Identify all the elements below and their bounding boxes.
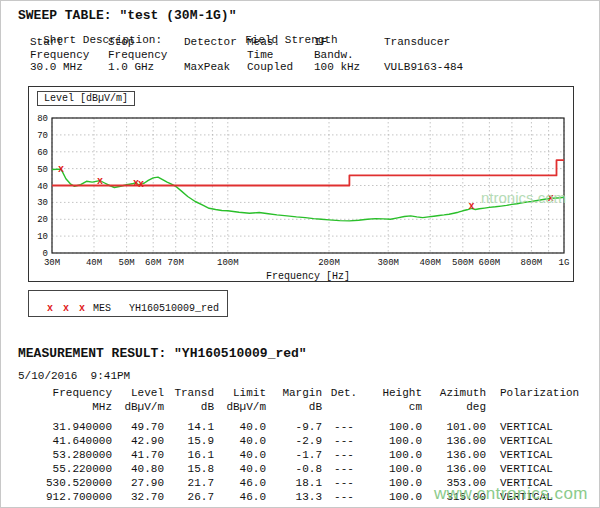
- table-cell: 18.1: [266, 476, 322, 490]
- svg-text:60: 60: [37, 148, 48, 158]
- table-cell: 40.0: [214, 462, 266, 476]
- table-row: 41.64000042.9015.940.0-2.9---100.0136.00…: [20, 434, 600, 448]
- col-start-h1: Start: [30, 36, 108, 49]
- transducer-value: VULB9163-484: [384, 61, 534, 74]
- stop-frequency-value: 1.0 GHz: [108, 61, 184, 74]
- svg-text:20: 20: [37, 215, 48, 225]
- col-start-h2: Frequency: [30, 49, 108, 62]
- table-cell: 15.8: [164, 462, 214, 476]
- chart-legend: x x xMESYH160510009_red: [28, 290, 228, 317]
- table-cell: 530.520000: [20, 476, 112, 490]
- measurement-result-title: MEASUREMENT RESULT: "YH160510009_red": [18, 346, 307, 361]
- col-stop-h1: Stop: [108, 36, 184, 49]
- table-cell: 100.0: [366, 420, 422, 434]
- table-cell: VERTICAL: [486, 462, 600, 476]
- table-cell: 27.90: [112, 476, 164, 490]
- header-cell: Frequency: [20, 386, 112, 400]
- col-detector-h1: Detector: [184, 36, 247, 49]
- col-transducer-h1: Transducer: [384, 36, 534, 49]
- table-cell: 136.00: [422, 448, 486, 462]
- svg-text:500M: 500M: [452, 258, 474, 268]
- svg-text:10: 10: [37, 232, 48, 242]
- table-cell: 100.0: [366, 462, 422, 476]
- header-cell: MHz: [20, 400, 112, 414]
- svg-text:x: x: [468, 201, 474, 212]
- svg-text:40: 40: [37, 182, 48, 192]
- header-cell: deg: [422, 400, 486, 414]
- table-cell: 55.220000: [20, 462, 112, 476]
- legend-series-name: MES: [93, 303, 111, 314]
- header-cell: dB: [266, 400, 322, 414]
- table-cell: 46.0: [214, 476, 266, 490]
- header-cell: Limit: [214, 386, 266, 400]
- col-meas-h1: Meas.: [247, 36, 314, 49]
- svg-text:x: x: [97, 176, 103, 187]
- marker-symbol-legend: x x x: [47, 303, 87, 314]
- table-cell: -9.7: [266, 420, 322, 434]
- watermark-chart: ntronics.com: [481, 189, 566, 206]
- sweep-header-row-2: Frequency Frequency Time Bandw.: [30, 49, 534, 62]
- sweep-values-row: 30.0 MHz 1.0 GHz MaxPeak Coupled 100 kHz…: [30, 61, 534, 74]
- table-cell: 912.700000: [20, 490, 112, 504]
- if-bandwidth-value: 100 kHz: [314, 61, 384, 74]
- svg-text:70M: 70M: [168, 258, 184, 268]
- table-cell: 49.70: [112, 420, 164, 434]
- table-cell: VERTICAL: [486, 434, 600, 448]
- svg-text:x: x: [58, 164, 64, 175]
- table-cell: 100.0: [366, 448, 422, 462]
- table-cell: 40.0: [214, 448, 266, 462]
- svg-text:50: 50: [37, 165, 48, 175]
- watermark-bottom: www.cntronics.com: [434, 484, 588, 504]
- header-cell: [486, 400, 600, 414]
- table-cell: 136.00: [422, 434, 486, 448]
- svg-text:300M: 300M: [377, 258, 399, 268]
- table-cell: 40.0: [214, 434, 266, 448]
- header-cell: Transd: [164, 386, 214, 400]
- table-cell: 46.0: [214, 490, 266, 504]
- col-detector-h2: [184, 49, 247, 62]
- table-cell: ---: [322, 490, 366, 504]
- table-cell: 13.3: [266, 490, 322, 504]
- table-cell: VERTICAL: [486, 420, 600, 434]
- table-cell: 21.7: [164, 476, 214, 490]
- header-cell: [322, 400, 366, 414]
- table-cell: -2.9: [266, 434, 322, 448]
- col-meas-h2: Time: [247, 49, 314, 62]
- svg-text:50M: 50M: [118, 258, 134, 268]
- table-cell: -1.7: [266, 448, 322, 462]
- table-cell: ---: [322, 434, 366, 448]
- svg-text:30: 30: [37, 198, 48, 208]
- table-cell: 31.940000: [20, 420, 112, 434]
- col-stop-h2: Frequency: [108, 49, 184, 62]
- sweep-table: Start Stop Detector Meas. IF Transducer …: [30, 36, 534, 74]
- start-frequency-value: 30.0 MHz: [30, 61, 108, 74]
- svg-text:x: x: [138, 179, 144, 190]
- header-cell: Azimuth: [422, 386, 486, 400]
- header-cell: Level: [112, 386, 164, 400]
- svg-text:100M: 100M: [217, 258, 239, 268]
- header-cell: dBµV/m: [112, 400, 164, 414]
- table-row: 53.28000041.7016.140.0-1.7---100.0136.00…: [20, 448, 600, 462]
- table-cell: ---: [322, 462, 366, 476]
- table-cell: 100.0: [366, 434, 422, 448]
- table-cell: 40.0: [214, 420, 266, 434]
- legend-trace-name: YH160510009_red: [129, 303, 219, 314]
- table-cell: 32.70: [112, 490, 164, 504]
- table-cell: 100.0: [366, 476, 422, 490]
- svg-text:70: 70: [37, 131, 48, 141]
- level-chart: Level [dBµV/m] 0102030405060708030M40M50…: [28, 86, 574, 282]
- table-row: 55.22000040.8015.840.0-0.8---100.0136.00…: [20, 462, 600, 476]
- table-cell: 41.70: [112, 448, 164, 462]
- svg-text:600M: 600M: [479, 258, 501, 268]
- col-if-h2: Bandw.: [314, 49, 384, 62]
- header-cell: dBµV/m: [214, 400, 266, 414]
- table-cell: ---: [322, 476, 366, 490]
- sweep-header-row-1: Start Stop Detector Meas. IF Transducer: [30, 36, 534, 49]
- meas-time-value: Coupled: [247, 61, 314, 74]
- table-cell: ---: [322, 420, 366, 434]
- sweep-table-title: SWEEP TABLE: "test (30M-1G)": [18, 8, 236, 23]
- svg-text:80: 80: [37, 114, 48, 124]
- table-header-row: FrequencyLevelTransdLimitMarginDet.Heigh…: [20, 386, 600, 400]
- header-cell: Height: [366, 386, 422, 400]
- svg-text:400M: 400M: [419, 258, 441, 268]
